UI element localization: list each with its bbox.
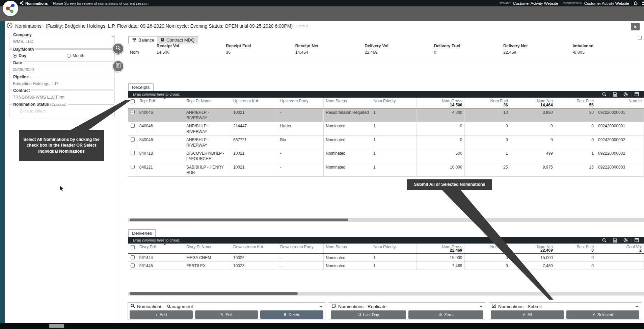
deliveries-column-header[interactable]: Best Fuel0 [555, 244, 596, 253]
receipts-column-header[interactable]: Best Fuel56 [555, 98, 596, 108]
retrieve-button[interactable] [112, 43, 124, 54]
close-button[interactable]: ✖ [631, 23, 640, 30]
add-button[interactable]: +Add [130, 310, 193, 319]
delete-button[interactable]: ✖Delete [260, 310, 323, 319]
receipts-column-header[interactable]: Upstream K # [231, 98, 278, 108]
receipts-hscroll-thumb[interactable] [130, 219, 348, 221]
tenant-site-link[interactable]: Customer Activity Website [513, 1, 558, 5]
workbench-site-link[interactable]: Customer Activity Website [584, 1, 629, 5]
app-logo[interactable] [3, 1, 18, 16]
column-summary: 56 [589, 103, 594, 107]
deliveries-row[interactable]: 931444MEGA CHEM10022-Nominated115,000015… [128, 254, 644, 262]
receipts-column-header[interactable]: Nom Priority [371, 98, 417, 108]
deliveries-column-header[interactable]: Nom Priority [371, 244, 417, 253]
receipts-row[interactable]: 840718DISCOVERY/BHLP - LAFOURCHE10021-No… [128, 149, 644, 163]
panel-collapse-button[interactable]: − [636, 305, 638, 308]
deliveries-row[interactable]: 931445FERTILEX10023-Nominated17,46907,46… [128, 262, 644, 270]
grid-settings-gear-icon[interactable] [620, 92, 631, 97]
row-checkbox[interactable] [128, 254, 137, 261]
home-mini-icon[interactable] [634, 1, 638, 6]
receipts-row[interactable]: 846121SAB/BHLP - HENRY HUB10021-Nominate… [128, 163, 644, 177]
receipts-groupbar[interactable]: Drag columns here to group. [128, 91, 644, 98]
last-day-button[interactable]: ❏Last Day [331, 310, 406, 319]
grid-search-icon[interactable] [599, 92, 610, 97]
deliveries-column-header[interactable]: Conf Vol2 [596, 244, 644, 253]
receipts-column-header[interactable]: Nom Status [324, 98, 371, 108]
report-button[interactable] [112, 60, 124, 72]
row-checkbox[interactable] [128, 149, 137, 162]
panel-expand-icon[interactable] [638, 36, 642, 40]
balance-value: 14,464 [295, 50, 364, 55]
column-label: Rcpt Pt# [139, 99, 155, 103]
balance-column-header: Receipt Vol [156, 44, 225, 48]
receipts-column-header[interactable]: Nom Fuel36 [464, 98, 510, 108]
grid-window-icon[interactable] [631, 238, 642, 243]
grid-search-icon[interactable] [599, 238, 610, 243]
deliveries-column-header[interactable]: Nom Net22,469 [510, 244, 555, 253]
deliveries-column-header[interactable]: Nom Status [324, 244, 371, 253]
edit-button[interactable]: ✎Edit [195, 310, 258, 319]
receipts-cell: 25 [465, 163, 510, 176]
company-field[interactable]: Company WMS, LLC [9, 35, 115, 49]
tab-receipts[interactable]: Receipts [128, 83, 154, 91]
receipts-hscrollbar[interactable] [128, 218, 644, 222]
tab-deliveries[interactable]: Deliveries [128, 229, 156, 237]
deliveries-column-header[interactable]: Downstream Party [278, 244, 324, 253]
column-label: Upstream K # [233, 99, 258, 103]
grid-window-icon[interactable] [631, 92, 642, 97]
deliveries-column-header[interactable]: Nom Gross22,469 [417, 244, 464, 253]
panel-collapse-button[interactable]: − [480, 305, 482, 308]
tab-contract-mdq[interactable]: Contract MDQ [157, 36, 198, 44]
receipts-select-all-checkbox[interactable] [128, 98, 137, 108]
contract-field[interactable]: Contract TRNG0400-WMS LLC Firm [9, 91, 115, 103]
row-checkbox[interactable]: ✓ [128, 108, 137, 122]
column-label: Downstream Party [280, 245, 314, 249]
receipts-column-header[interactable]: Rcpt Pt#▲ [137, 98, 184, 108]
receipts-cell: ANR/BHLP - RIVERWAY [184, 136, 231, 149]
deliveries-hscrollbar[interactable] [128, 292, 644, 296]
radio-day[interactable]: Day [13, 53, 67, 58]
receipts-column-header[interactable]: Upstream Party [278, 98, 324, 108]
receipts-row[interactable]: ✓840046ANR/BHLP - RIVERWAY10021-Resubmis… [128, 108, 644, 122]
deliveries-hscroll-thumb[interactable] [130, 292, 298, 295]
tab-balance[interactable]: Balance [128, 36, 158, 44]
grid-export-excel-icon[interactable] [610, 92, 620, 97]
user-partial-icon[interactable] [641, 1, 644, 6]
receipts-cell: - [278, 108, 324, 122]
sidebar-collapse-button[interactable]: − [110, 34, 115, 39]
row-checkbox[interactable] [128, 136, 137, 149]
balance-row-label: Nom [128, 50, 156, 55]
deliveries-column-header[interactable]: Dlvry Pt#▲ [137, 244, 184, 253]
clipboard-icon [116, 63, 120, 70]
taskbar-item[interactable] [49, 324, 64, 328]
column-summary: 0 [591, 248, 594, 253]
date-field[interactable]: Date 09/26/2020 [9, 63, 115, 76]
receipts-row[interactable]: 840046ANR/BHLP - RIVERWAY214447HarterNom… [128, 122, 644, 135]
receipts-column-header[interactable]: Nom Net14,464 [510, 98, 555, 108]
deliveries-select-all-checkbox[interactable] [128, 244, 137, 253]
deliveries-column-header[interactable]: Downstream K # [231, 244, 278, 253]
receipts-cell: 1 [371, 122, 417, 135]
row-checkbox[interactable] [128, 262, 137, 270]
contract-label: Contract [12, 88, 31, 93]
radio-month[interactable]: Month [67, 53, 84, 58]
row-checkbox[interactable] [128, 163, 137, 176]
pipeline-field[interactable]: Pipeline Bridgeline Holdings, L.P. [9, 77, 115, 90]
row-checkbox[interactable] [128, 122, 137, 135]
receipts-column-header[interactable]: Nom Gross14,500 [417, 98, 464, 108]
grid-settings-gear-icon[interactable] [620, 238, 631, 243]
selected-button[interactable]: ✔Selected [566, 310, 640, 319]
main-nav-bar [0, 6, 644, 21]
grid-export-excel-icon[interactable] [610, 238, 620, 243]
zero-button[interactable]: ⊘Zero [408, 310, 484, 319]
button-label: Selected [597, 312, 613, 317]
receipts-row[interactable]: 840046ANR/BHLP - RIVERWAY667721BioNomina… [128, 136, 644, 149]
panel-collapse-button[interactable]: − [320, 305, 322, 308]
receipts-column-header[interactable]: Rcpt Pt Name [184, 98, 231, 108]
deliveries-column-header[interactable]: Dlvry Pt Name [184, 244, 231, 253]
deliveries-groupbar[interactable]: Drag columns here to group. [128, 237, 644, 244]
receipts-column-header[interactable]: Nom Id [596, 98, 644, 108]
app-subtitle: - Home Screen for review of nominations … [51, 1, 149, 5]
radio-label: Month [73, 53, 84, 58]
all-button[interactable]: ✔All [491, 310, 564, 319]
